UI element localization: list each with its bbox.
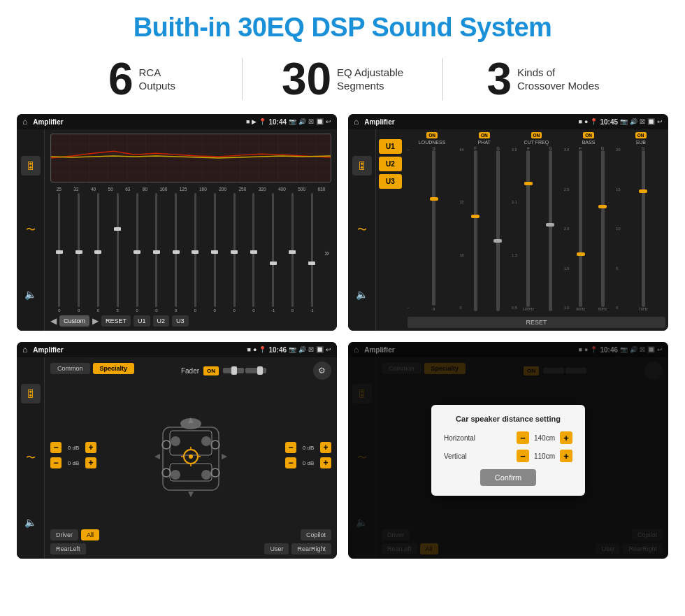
back-icon[interactable]: ↩ [326, 118, 331, 125]
freq-160: 160 [199, 187, 207, 192]
eq-speaker-icon[interactable]: 🔈 [21, 285, 41, 304]
media-icon: ■ [246, 118, 250, 125]
vertical-minus[interactable]: − [517, 450, 529, 462]
eq-next-btn[interactable]: ▶ [92, 316, 99, 326]
back-icon-2[interactable]: ↩ [657, 118, 663, 125]
driver-btn[interactable]: Driver [50, 529, 78, 540]
crossover-status-bar: ⌂ Amplifier ■ ● 📍 10:45 📷 🔊 ☒ 🔲 ↩ [348, 114, 668, 129]
eq-tune-icon[interactable]: 🎛 [21, 156, 41, 176]
vol-row-3: − 0 dB + [285, 442, 331, 453]
crossover-speaker-icon[interactable]: 🔈 [352, 285, 372, 304]
location-icon: 📍 [259, 118, 266, 125]
eq-prev-btn[interactable]: ◀ [50, 316, 57, 326]
loudness-channel: ON LOUDNESS ~~ G [408, 132, 457, 311]
u3-button[interactable]: U3 [379, 174, 402, 189]
eq-main: 25 32 40 50 63 80 100 125 160 200 250 32… [45, 129, 337, 331]
eq-status-icons: ■ ▶ 📍 10:44 📷 🔊 ☒ 🔲 ↩ [246, 118, 331, 126]
media-icon-2: ■ [579, 118, 582, 125]
eq-slider-10[interactable]: 0 [225, 193, 243, 313]
eq-slider-7[interactable]: 0 [167, 193, 185, 313]
eq-slider-3[interactable]: 0 [89, 193, 108, 313]
phat-toggle[interactable]: ON [479, 132, 490, 138]
home-icon[interactable]: ⌂ [22, 117, 27, 127]
fader-tune-icon[interactable]: 🎛 [21, 384, 41, 403]
vol3-minus[interactable]: − [285, 442, 296, 453]
vol4-minus[interactable]: − [285, 457, 296, 468]
freq-200: 200 [219, 187, 226, 192]
eq-slider-13[interactable]: 0 [284, 193, 302, 313]
eq-slider-9[interactable]: 0 [206, 193, 224, 313]
dialog-title: Car speaker distance setting [444, 415, 572, 423]
eq-slider-14[interactable]: -1 [303, 193, 321, 313]
eq-slider-2[interactable]: 0 [70, 193, 88, 313]
stats-row: 6 RCAOutputs 30 EQ AdjustableSegments 3 … [0, 50, 685, 111]
u2-button[interactable]: U2 [379, 157, 402, 171]
sub-toggle[interactable]: ON [635, 132, 647, 138]
crossover-status-icons: ■ ● 📍 10:45 📷 🔊 ☒ 🔲 ↩ [579, 118, 663, 126]
svg-marker-20 [188, 492, 194, 497]
confirm-button[interactable]: Confirm [480, 469, 536, 486]
eq-reset-btn[interactable]: RESET [101, 315, 131, 327]
horizontal-plus[interactable]: + [560, 431, 572, 444]
car-diagram [102, 384, 280, 527]
eq-u2-btn[interactable]: U2 [153, 315, 170, 327]
svg-marker-22 [222, 454, 227, 459]
eq-u1-btn[interactable]: U1 [134, 315, 150, 327]
crossover-reset-btn[interactable]: RESET [408, 317, 665, 328]
u1-button[interactable]: U1 [379, 139, 402, 154]
eq-slider-1[interactable]: 0 [50, 193, 68, 313]
bass-toggle[interactable]: ON [583, 132, 594, 138]
freq-40: 40 [91, 187, 96, 192]
eq-u3-btn[interactable]: U3 [172, 315, 189, 327]
vol1-plus[interactable]: + [85, 442, 96, 453]
vol4-plus[interactable]: + [320, 457, 331, 468]
fader-speaker-icon[interactable]: 🔈 [21, 513, 41, 532]
vol3-plus[interactable]: + [320, 442, 331, 453]
vertical-plus[interactable]: + [560, 450, 572, 462]
freq-630: 630 [317, 187, 325, 192]
rearright-btn[interactable]: RearRight [291, 543, 331, 554]
loudness-toggle[interactable]: ON [426, 132, 438, 138]
eq-wave-icon[interactable]: 〜 [21, 220, 41, 240]
eq-slider-12[interactable]: -1 [264, 193, 282, 313]
specialty-tab[interactable]: Specialty [93, 363, 135, 374]
eq-graph [50, 134, 331, 182]
eq-expand-btn[interactable]: » [322, 193, 331, 313]
back-icon-3[interactable]: ↩ [326, 346, 331, 353]
cutfreq-toggle[interactable]: ON [531, 132, 542, 138]
vertical-label: Vertical [444, 452, 467, 460]
fader-toggle[interactable]: ON [203, 366, 219, 375]
sub-label: SUB [635, 140, 645, 145]
vol2-minus[interactable]: − [50, 457, 62, 468]
eq-custom-btn[interactable]: Custom [59, 315, 89, 327]
common-tab[interactable]: Common [50, 363, 90, 374]
svg-point-14 [189, 454, 193, 459]
svg-point-11 [171, 470, 180, 480]
copilot-btn[interactable]: Copilot [301, 529, 331, 540]
home-icon-3[interactable]: ⌂ [22, 345, 27, 354]
all-btn[interactable]: All [81, 529, 99, 540]
home-icon-2[interactable]: ⌂ [354, 117, 359, 127]
fader-status-icons: ■ ● 📍 10:46 📷 🔊 ☒ 🔲 ↩ [247, 346, 331, 354]
vol1-minus[interactable]: − [50, 442, 62, 453]
fader-wave-icon[interactable]: 〜 [21, 448, 41, 468]
eq-sidebar: 🎛 〜 🔈 [17, 129, 45, 331]
eq-slider-8[interactable]: 0 [187, 193, 205, 313]
user-btn[interactable]: User [264, 543, 289, 554]
eq-slider-6[interactable]: 0 [147, 193, 166, 313]
freq-320: 320 [259, 187, 266, 192]
dialog-overlay: Car speaker distance setting Horizontal … [348, 342, 668, 559]
vertical-row: Vertical − 110cm + [444, 450, 572, 462]
svg-rect-0 [51, 134, 331, 182]
eq-slider-11[interactable]: 0 [245, 193, 263, 313]
vol3-value: 0 dB [299, 445, 317, 451]
svg-point-6 [211, 440, 219, 449]
crossover-tune-icon[interactable]: 🎛 [352, 156, 372, 176]
eq-slider-4[interactable]: 5 [108, 193, 127, 313]
vol2-plus[interactable]: + [85, 457, 96, 468]
settings-icon[interactable]: ⚙ [313, 361, 331, 380]
eq-slider-5[interactable]: 0 [128, 193, 146, 313]
horizontal-minus[interactable]: − [517, 431, 529, 444]
rearleft-btn[interactable]: RearLeft [50, 543, 86, 554]
crossover-wave-icon[interactable]: 〜 [352, 220, 372, 240]
